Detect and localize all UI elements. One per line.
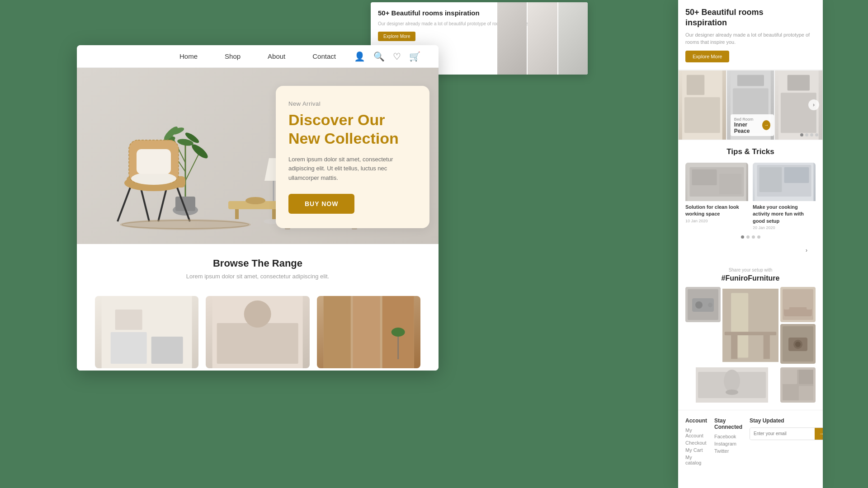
cart-icon[interactable]: 🛒 [409,51,420,62]
tips-next-button[interactable]: › [801,245,812,256]
slider-dot-1[interactable] [800,133,803,136]
svg-point-77 [708,303,712,307]
svg-point-97 [726,389,738,395]
browse-card-2[interactable] [206,296,309,368]
svg-rect-102 [783,386,797,400]
tips-dots [685,235,816,239]
svg-line-12 [118,185,131,221]
tips-dot-4[interactable] [757,235,760,239]
footer-link-twitter[interactable]: Twitter [714,448,742,454]
slider-dots [800,133,818,136]
hero-subtitle: New Arrival [288,100,417,107]
tip-card-1[interactable]: Solution for clean look working space 10… [685,163,748,230]
svg-rect-72 [784,167,809,183]
browse-card-image-3 [317,296,420,368]
slider-dot-2[interactable] [805,133,808,136]
footer-link-checkout[interactable]: Checkout [685,440,707,446]
tips-dot-3[interactable] [752,235,755,239]
hashtag-share-label: Share your setup with [685,267,816,272]
svg-rect-58 [687,75,704,95]
browse-description: Lorem ipsum dolor sit amet, consectetur … [95,273,420,280]
promo-title: 50+ Beautiful roomsinspiration [685,7,816,28]
photo-cell-6 [780,367,816,403]
slider-dot-4[interactable] [815,133,818,136]
nav-home[interactable]: Home [179,52,198,60]
rug-illustration [118,218,253,231]
nav-about[interactable]: About [268,52,285,60]
tip-date-2: 20 Jan 2020 [753,225,816,230]
svg-rect-63 [781,93,816,133]
svg-point-20 [131,172,176,185]
svg-rect-46 [115,310,142,330]
inner-peace-arrow[interactable]: → [762,120,770,130]
chair-illustration [104,113,203,230]
room-thumb-1 [679,70,726,140]
promo-description: Our designer already made a lot of beaut… [685,31,816,46]
svg-point-40 [245,197,265,204]
behind-window-image-strip [497,2,588,75]
svg-rect-67 [692,169,717,185]
strip-image-3 [558,2,588,75]
photo-cell-1 [685,287,721,322]
footer-link-facebook[interactable]: Facebook [714,434,742,439]
footer-link-my-account[interactable]: My Account [685,427,707,438]
newsletter-input[interactable] [750,428,815,440]
footer-account-col: Account My Account Checkout My Cart My c… [685,418,707,467]
hero-section: New Arrival Discover Our New Collection … [77,68,439,244]
tips-dot-1[interactable] [741,235,744,239]
svg-rect-68 [719,174,742,194]
slider-dot-3[interactable] [810,133,813,136]
user-icon[interactable]: 👤 [354,51,365,62]
svg-point-93 [795,342,801,347]
svg-rect-48 [217,323,298,364]
browse-card-3[interactable] [317,296,420,368]
nav-shop[interactable]: Shop [225,52,241,60]
room-slider-inner: Bed Room Inner Peace → [678,70,823,140]
behind-explore-button[interactable]: Explore More [378,32,415,41]
hero-title: Discover Our New Collection [288,111,417,148]
photo-col-right [780,287,816,366]
photo-cell-4 [780,324,816,364]
browse-grid [77,289,439,371]
browse-title: Browse The Range [95,258,420,269]
svg-rect-39 [272,209,276,219]
heart-icon[interactable]: ♡ [393,51,401,62]
tip-title-2: Make your cooking activity more fun with… [753,204,816,225]
search-icon[interactable]: 🔍 [373,51,385,62]
tips-dot-2[interactable] [746,235,750,239]
inner-peace-label: Bed Room Inner Peace → [731,114,774,136]
footer-link-my-cart[interactable]: My Cart [685,447,707,453]
photo-cell-3 [780,287,816,322]
newsletter-input-wrap: → [750,427,823,440]
strip-image-1 [497,2,527,75]
slider-next-button[interactable]: › [808,99,819,110]
bed-room-label: Bed Room Inner Peace [734,116,760,134]
svg-rect-52 [353,296,380,368]
svg-rect-88 [807,303,812,310]
browse-card-1[interactable] [95,296,198,368]
svg-rect-64 [788,75,810,91]
svg-rect-44 [111,332,147,364]
svg-point-49 [244,300,271,328]
footer-link-instagram[interactable]: Instagram [714,441,742,446]
newsletter-submit-button[interactable]: → [815,428,823,440]
explore-button[interactable]: Explore More [685,51,729,62]
nav-contact[interactable]: Contact [312,52,336,60]
browse-card-image-1 [95,296,198,368]
footer-social-title: Stay Connected [714,418,742,430]
svg-rect-82 [731,335,737,359]
svg-rect-57 [684,97,720,133]
buy-now-button[interactable]: BUY NOW [288,194,354,214]
photo-mosaic-row2 [685,367,816,403]
svg-rect-103 [799,386,813,400]
hashtag-title: #FuniroFurniture [685,274,816,282]
photo-mosaic-row1 [685,287,816,366]
footer-link-my-catalog[interactable]: My catalog [685,455,707,465]
svg-point-54 [391,328,405,337]
photo-cell-2 [722,287,778,366]
footer-newsletter-col: Stay Updated → [750,418,823,467]
svg-rect-79 [722,289,778,362]
tip-card-2[interactable]: Make your cooking activity more fun with… [753,163,816,230]
footer-section: Account My Account Checkout My Cart My c… [678,410,823,474]
browse-card-image-2 [206,296,309,368]
